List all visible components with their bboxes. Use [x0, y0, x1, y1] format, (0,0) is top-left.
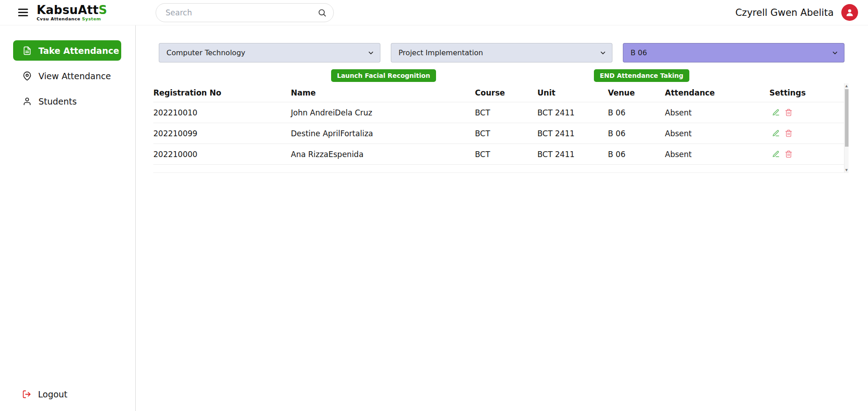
- cell-attendance: Absent: [665, 108, 769, 117]
- filter-row: Computer Technology Project Implementati…: [159, 43, 844, 62]
- table-header-row: Registration No Name Course Unit Venue A…: [153, 83, 849, 102]
- venue-select-value: B 06: [631, 48, 647, 57]
- cell-course: BCT: [475, 150, 537, 159]
- search-input[interactable]: [165, 8, 318, 18]
- cell-venue: B 06: [608, 108, 665, 117]
- column-header-course: Course: [475, 88, 537, 97]
- search-bar: [156, 3, 334, 22]
- delete-icon[interactable]: [785, 150, 792, 158]
- department-select-value: Computer Technology: [166, 48, 245, 57]
- search-icon[interactable]: [318, 8, 327, 17]
- delete-icon[interactable]: [785, 109, 792, 116]
- scrollbar-down-arrow-icon[interactable]: ▼: [844, 167, 849, 173]
- sidebar-item-take-attendance[interactable]: Take Attendance: [13, 40, 121, 61]
- cell-name: John AndreiDela Cruz: [291, 108, 475, 117]
- scrollbar-thumb[interactable]: [845, 89, 849, 147]
- table-row: 202210010 John AndreiDela Cruz BCT BCT 2…: [153, 102, 849, 123]
- cell-course: BCT: [475, 129, 537, 138]
- cell-unit: BCT 2411: [537, 129, 608, 138]
- logout-icon: [22, 390, 31, 399]
- user-area: Czyrell Gwen Abelita: [735, 4, 858, 21]
- document-icon: [23, 46, 32, 55]
- cell-unit: BCT 2411: [537, 108, 608, 117]
- table-row: 202210000 Ana RizzaEspenida BCT BCT 2411…: [153, 144, 849, 165]
- action-row: Launch Facial Recognition END Attendance…: [136, 69, 868, 82]
- column-header-settings: Settings: [769, 88, 844, 97]
- attendance-table: Registration No Name Course Unit Venue A…: [153, 83, 849, 173]
- cell-course: BCT: [475, 108, 537, 117]
- scrollbar-up-arrow-icon[interactable]: ▲: [844, 83, 849, 89]
- user-avatar[interactable]: [841, 4, 858, 21]
- cell-attendance: Absent: [665, 150, 769, 159]
- column-header-unit: Unit: [537, 88, 608, 97]
- cell-registration-no: 202210099: [153, 129, 291, 138]
- app-logo-tagline: Cvsu Attendance System: [37, 17, 107, 21]
- column-header-attendance: Attendance: [665, 88, 769, 97]
- column-header-registration-no: Registration No: [153, 88, 291, 97]
- person-icon: [23, 97, 32, 106]
- venue-select[interactable]: B 06: [623, 43, 844, 62]
- logout-label: Logout: [38, 389, 67, 399]
- column-header-name: Name: [291, 88, 475, 97]
- hamburger-menu-icon[interactable]: [18, 7, 28, 18]
- launch-facial-recognition-button[interactable]: Launch Facial Recognition: [331, 69, 436, 82]
- chevron-down-icon: [367, 49, 375, 57]
- app-logo: KabsuAttS Cvsu Attendance System: [37, 4, 107, 21]
- column-header-venue: Venue: [608, 88, 665, 97]
- sidebar: Take Attendance View Attendance Students: [0, 25, 136, 411]
- sidebar-item-view-attendance[interactable]: View Attendance: [13, 66, 121, 86]
- sidebar-item-students[interactable]: Students: [13, 91, 121, 111]
- user-name: Czyrell Gwen Abelita: [735, 7, 834, 18]
- subject-select-value: Project Implementation: [398, 48, 483, 57]
- subject-select[interactable]: Project Implementation: [391, 43, 612, 62]
- table-scrollbar[interactable]: ▲ ▼: [844, 83, 849, 173]
- cell-unit: BCT 2411: [537, 150, 608, 159]
- logout-button[interactable]: Logout: [13, 389, 67, 399]
- cell-name: Ana RizzaEspenida: [291, 150, 475, 159]
- end-attendance-taking-button[interactable]: END Attendance Taking: [594, 69, 689, 82]
- sidebar-item-label: Students: [38, 96, 77, 106]
- location-pin-icon: [23, 72, 32, 81]
- cell-venue: B 06: [608, 129, 665, 138]
- app-logo-wordmark: KabsuAttS: [37, 4, 107, 16]
- top-header: KabsuAttS Cvsu Attendance System Czyrell…: [0, 0, 868, 25]
- sidebar-item-label: View Attendance: [38, 71, 111, 81]
- edit-icon[interactable]: [772, 150, 780, 158]
- cell-attendance: Absent: [665, 129, 769, 138]
- table-row: 202210099 Destine AprilFortaliza BCT BCT…: [153, 123, 849, 144]
- department-select[interactable]: Computer Technology: [159, 43, 380, 62]
- cell-name: Destine AprilFortaliza: [291, 129, 475, 138]
- cell-venue: B 06: [608, 150, 665, 159]
- cell-registration-no: 202210010: [153, 108, 291, 117]
- chevron-down-icon: [831, 49, 839, 57]
- sidebar-item-label: Take Attendance: [38, 46, 119, 56]
- edit-icon[interactable]: [772, 109, 780, 116]
- main-content: Computer Technology Project Implementati…: [136, 25, 868, 411]
- delete-icon[interactable]: [785, 129, 792, 137]
- cell-registration-no: 202210000: [153, 150, 291, 159]
- chevron-down-icon: [599, 49, 607, 57]
- edit-icon[interactable]: [772, 129, 780, 137]
